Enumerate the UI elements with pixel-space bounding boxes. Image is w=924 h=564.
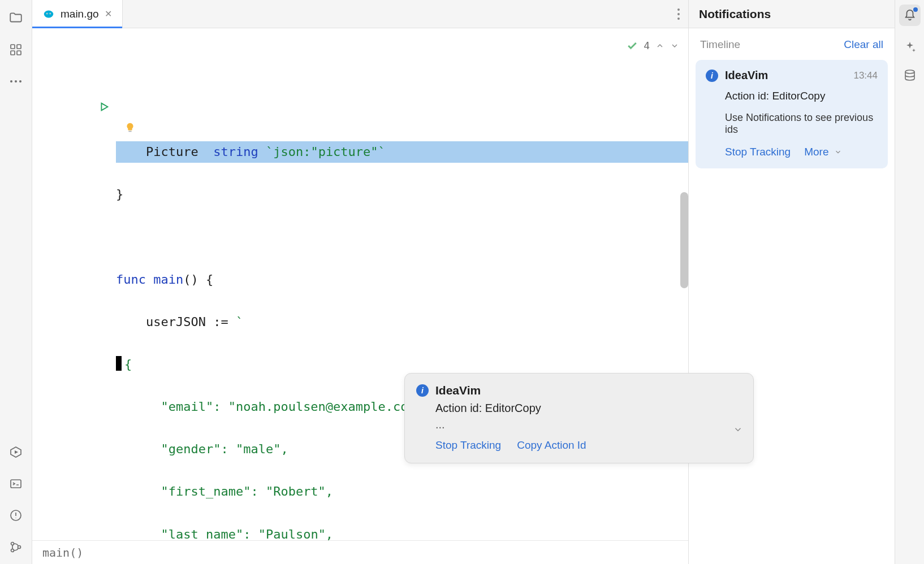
- terminal-icon[interactable]: [8, 476, 24, 492]
- chevron-down-icon[interactable]: [834, 148, 842, 156]
- notification-dot-icon: [913, 7, 918, 12]
- tab-close-icon[interactable]: ✕: [105, 8, 112, 19]
- left-toolbar: [0, 0, 32, 564]
- clear-all-link[interactable]: Clear all: [844, 38, 883, 51]
- notification-note: Use Notifications to see previous ids: [725, 112, 878, 136]
- services-icon[interactable]: [8, 444, 24, 460]
- check-icon: [627, 40, 638, 51]
- svg-point-4: [10, 80, 12, 83]
- tab-main-go[interactable]: main.go ✕: [32, 0, 123, 28]
- stop-tracking-link[interactable]: Stop Tracking: [725, 146, 791, 158]
- run-gutter-icon[interactable]: [32, 101, 110, 113]
- svg-marker-22: [101, 103, 107, 111]
- structure-icon[interactable]: [8, 42, 24, 58]
- svg-point-5: [15, 80, 17, 83]
- svg-point-20: [677, 13, 680, 15]
- svg-rect-3: [17, 51, 21, 55]
- toast-notification: i IdeaVim Action id: EditorCopy ... Stop…: [404, 373, 754, 463]
- svg-point-24: [905, 70, 914, 73]
- svg-point-17: [47, 13, 48, 14]
- inspection-count: 4: [644, 35, 650, 57]
- info-icon: i: [706, 70, 718, 82]
- svg-point-21: [677, 18, 680, 20]
- breadcrumb[interactable]: main(): [32, 540, 688, 564]
- svg-point-12: [11, 549, 14, 552]
- svg-point-11: [11, 543, 14, 545]
- notifications-panel: Notifications Timeline Clear all i IdeaV…: [689, 0, 895, 564]
- svg-point-18: [50, 13, 50, 14]
- more-icon[interactable]: [8, 73, 24, 89]
- svg-point-14: [44, 10, 54, 18]
- chevron-down-icon[interactable]: [733, 424, 743, 435]
- editor-area: main.go ✕ 4 Picture: [32, 0, 689, 564]
- go-file-icon: [42, 8, 55, 20]
- prev-highlight-icon[interactable]: [655, 41, 664, 50]
- notification-time: 13:44: [853, 70, 878, 81]
- svg-rect-1: [17, 45, 21, 49]
- svg-rect-9: [11, 480, 21, 488]
- svg-rect-0: [11, 45, 15, 49]
- toast-copy-action-link[interactable]: Copy Action Id: [517, 439, 586, 452]
- notifications-title: Notifications: [699, 7, 771, 21]
- editor[interactable]: 4 Picture string `json:"picture"` } func…: [32, 28, 688, 540]
- problems-icon[interactable]: [8, 507, 24, 523]
- timeline-label: Timeline: [700, 38, 740, 51]
- notification-card[interactable]: i IdeaVim 13:44 Action id: EditorCopy Us…: [696, 60, 888, 168]
- vcs-icon[interactable]: [8, 539, 24, 555]
- tab-menu-icon[interactable]: [677, 8, 680, 20]
- ai-assistant-icon[interactable]: [903, 41, 917, 54]
- tab-bar: main.go ✕: [32, 0, 688, 28]
- code-area[interactable]: 4 Picture string `json:"picture"` } func…: [116, 28, 688, 540]
- more-link[interactable]: More: [804, 146, 828, 158]
- notifications-bell-button[interactable]: [899, 5, 921, 26]
- next-highlight-icon[interactable]: [670, 41, 679, 50]
- svg-rect-2: [11, 51, 15, 55]
- svg-point-19: [677, 8, 680, 11]
- notifications-header: Notifications: [689, 0, 895, 28]
- notification-body: Action id: EditorCopy: [725, 89, 878, 104]
- svg-point-6: [19, 80, 21, 83]
- breadcrumb-item: main(): [42, 546, 83, 559]
- toast-stop-tracking-link[interactable]: Stop Tracking: [435, 439, 501, 452]
- toast-ellipsis: ...: [435, 418, 742, 431]
- notification-title: IdeaVim: [725, 69, 847, 82]
- database-icon[interactable]: [903, 69, 917, 83]
- folder-icon[interactable]: [8, 10, 24, 26]
- right-toolbar: [895, 0, 924, 564]
- toast-title: IdeaVim: [435, 384, 481, 397]
- toast-body: Action id: EditorCopy: [435, 402, 742, 415]
- svg-marker-8: [15, 450, 18, 454]
- gutter: [32, 28, 116, 540]
- inspection-widget[interactable]: 4: [627, 35, 679, 57]
- tab-filename: main.go: [61, 8, 99, 20]
- info-icon: i: [416, 384, 429, 397]
